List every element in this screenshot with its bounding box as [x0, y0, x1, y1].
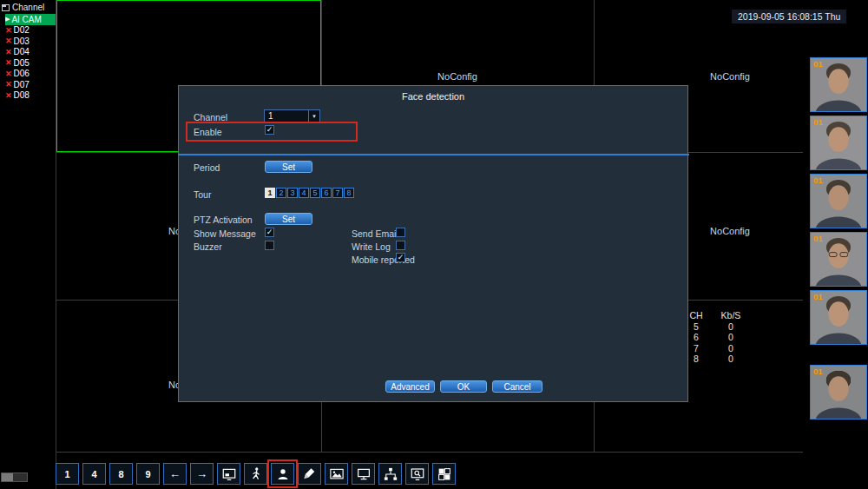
monitor-icon [356, 466, 372, 482]
channel-select-value: 1 [265, 111, 308, 121]
sidebar-item-d06[interactable]: ✕ D06 [5, 69, 56, 80]
write-log-checkbox[interactable] [396, 241, 405, 250]
tour-field-label: Tour [194, 189, 211, 200]
sidebar-item-ai-cam[interactable]: ▶ AI CAM [5, 14, 56, 25]
noconfig-label-r1c3: NoConfig [710, 71, 750, 82]
bitrate-header-kbs: Kb/S [715, 310, 746, 321]
paint-brush-icon [302, 466, 318, 482]
check-icon: ✓ [398, 254, 404, 261]
pip-monitor-icon [221, 466, 237, 482]
dvr-app-window: NoConfig NoConfig NoConfig NoConfig NoCo… [0, 0, 868, 489]
tour-option-3[interactable]: 3 [287, 188, 298, 198]
advanced-button[interactable]: Advanced [385, 380, 435, 393]
face-person-icon [275, 466, 291, 482]
previous-page-button[interactable]: ← [163, 463, 187, 485]
channel-label: D08 [14, 90, 30, 100]
channel-label: D04 [14, 47, 30, 56]
sidebar-item-d08[interactable]: ✕ D08 [5, 90, 56, 102]
walking-person-icon [248, 466, 264, 482]
offline-x-icon: ✕ [5, 36, 12, 45]
cancel-button[interactable]: Cancel [492, 380, 542, 393]
enable-checkbox[interactable]: ✓ [265, 125, 274, 135]
ptz-set-button[interactable]: Set [265, 213, 312, 225]
digital-zoom-button[interactable] [405, 463, 429, 485]
sidebar-horizontal-scrollbar[interactable] [1, 472, 28, 482]
scrollbar-handle[interactable] [2, 473, 13, 481]
screen-split-1-button[interactable]: 1 [56, 463, 79, 485]
bitrate-kbs: 0 [715, 321, 746, 333]
offline-x-icon: ✕ [5, 26, 12, 35]
tour-option-1[interactable]: 1 [265, 188, 275, 198]
pip-display-button[interactable] [217, 463, 240, 485]
sidebar-item-d03[interactable]: ✕ D03 [5, 36, 56, 47]
grid-hline-3 [56, 452, 868, 453]
snapshot-channel-badge: 01 [813, 234, 823, 243]
next-page-button[interactable]: → [190, 463, 214, 485]
arrow-left-icon: ← [169, 467, 181, 480]
send-email-checkbox[interactable] [396, 228, 405, 237]
digit-8-glyph: 8 [118, 469, 123, 479]
screen-split-9-button[interactable]: 9 [136, 463, 160, 485]
noconfig-label-r2c3: NoConfig [710, 226, 750, 236]
offline-x-icon: ✕ [5, 48, 12, 56]
screen-split-8-button[interactable]: 8 [109, 463, 133, 485]
mosaic-button[interactable] [432, 463, 456, 485]
screen-magnifier-icon [410, 466, 425, 482]
check-icon: ✓ [266, 126, 273, 134]
snapshot-channel-badge: 01 [813, 175, 823, 185]
show-message-label: Show Message [194, 228, 256, 239]
channel-label: D05 [14, 58, 30, 68]
bottom-toolbar: 1 4 8 9 ← → [56, 463, 456, 485]
offline-x-icon: ✕ [5, 58, 12, 67]
bitrate-kbs: 0 [715, 343, 746, 354]
face-snapshot[interactable]: 01 [810, 57, 867, 112]
sidebar-item-d02[interactable]: ✕ D02 [5, 25, 56, 36]
enable-field-label: Enable [194, 127, 222, 137]
buzzer-checkbox[interactable] [265, 241, 274, 250]
show-message-checkbox[interactable]: ✓ [265, 228, 274, 237]
screen-split-4-button[interactable]: 4 [82, 463, 106, 485]
period-field-label: Period [194, 162, 220, 173]
offline-x-icon: ✕ [5, 91, 12, 100]
face-detection-dialog: Face detection Channel 1 ▼ Enable ✓ Peri… [178, 85, 688, 402]
tour-option-5[interactable]: 5 [310, 188, 320, 198]
sidebar-item-d05[interactable]: ✕ D05 [5, 57, 56, 69]
snapshot-channel-badge: 01 [813, 117, 823, 127]
display-settings-button[interactable] [352, 463, 375, 485]
face-snapshot[interactable]: 01 [810, 365, 867, 420]
face-detection-button[interactable] [271, 463, 294, 485]
noconfig-label-r1c2: NoConfig [437, 71, 477, 82]
buzzer-label: Buzzer [194, 241, 222, 252]
system-timestamp: 2019-09-05 16:08:15 Thu [732, 10, 846, 23]
pixel-grid-icon [437, 466, 452, 482]
tour-option-7[interactable]: 7 [332, 188, 343, 198]
channel-select[interactable]: 1 ▼ [264, 109, 320, 122]
motion-detection-button[interactable] [244, 463, 267, 485]
face-snapshot[interactable]: 01 [810, 174, 867, 228]
mobile-reported-checkbox[interactable]: ✓ [396, 253, 405, 262]
ok-button[interactable]: OK [440, 380, 487, 393]
chevron-down-icon[interactable]: ▼ [308, 110, 319, 122]
network-button[interactable] [378, 463, 402, 485]
period-set-button[interactable]: Set [265, 161, 312, 173]
channel-field-label: Channel [194, 112, 227, 122]
check-icon: ✓ [266, 228, 273, 236]
color-settings-button[interactable] [298, 463, 321, 485]
channel-label: D02 [14, 25, 30, 35]
tour-option-6[interactable]: 6 [321, 188, 332, 198]
tour-option-2[interactable]: 2 [276, 188, 286, 198]
offline-x-icon: ✕ [5, 80, 12, 89]
write-log-label: Write Log [352, 241, 391, 252]
sidebar-item-d07[interactable]: ✕ D07 [5, 79, 56, 90]
face-snapshot[interactable]: 01 [810, 232, 867, 287]
sidebar-item-d04[interactable]: ✕ D04 [5, 47, 56, 58]
channel-sidebar: Channel ▶ AI CAM ✕ D02 ✕ D03 ✕ D04 ✕ D05 [0, 0, 56, 489]
face-snapshot[interactable]: 01 [810, 290, 867, 345]
face-snapshot[interactable]: 01 [810, 116, 867, 170]
snapshot-button[interactable] [325, 463, 348, 485]
photo-image-icon [329, 466, 345, 482]
snapshot-channel-badge: 01 [813, 292, 823, 301]
tour-option-4[interactable]: 4 [299, 188, 309, 198]
tour-option-8[interactable]: 8 [344, 188, 354, 198]
digit-4-glyph: 4 [91, 469, 96, 479]
